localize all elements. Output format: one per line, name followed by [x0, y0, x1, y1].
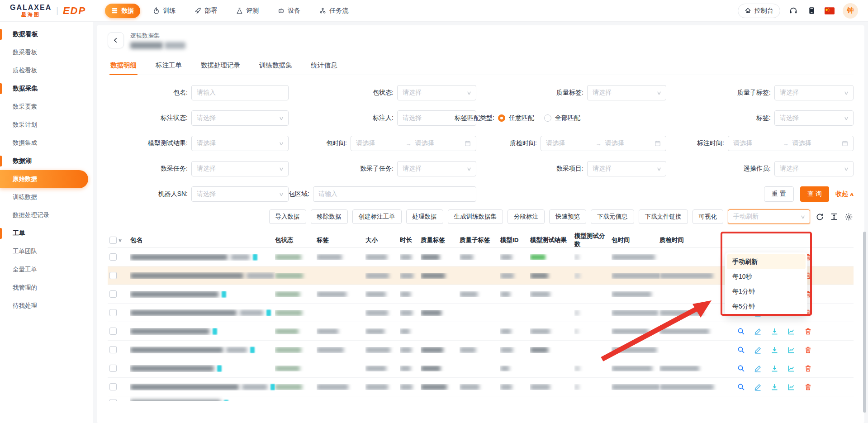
sidebar-item-collect-elements[interactable]: 数采要素: [0, 98, 93, 116]
dropdown-option-every-10s[interactable]: 每10秒: [727, 269, 806, 284]
delete-icon[interactable]: [804, 383, 812, 391]
tab-data-detail[interactable]: 数据明细: [109, 57, 138, 75]
chart-icon[interactable]: [787, 365, 795, 372]
reset-button[interactable]: 重 置: [764, 186, 794, 202]
edit-icon[interactable]: [754, 328, 762, 335]
row-checkbox[interactable]: [109, 309, 117, 316]
visualize-button[interactable]: 可视化: [693, 209, 724, 224]
dropdown-option-every-5min[interactable]: 每5分钟: [727, 299, 806, 314]
table-row[interactable]: [108, 378, 854, 396]
nav-item-data[interactable]: 数据: [105, 4, 140, 18]
chart-icon[interactable]: [787, 383, 795, 391]
chart-icon[interactable]: [787, 328, 795, 335]
row-checkbox[interactable]: [109, 272, 117, 279]
create-annotation-order-button[interactable]: 创建标注工单: [352, 209, 402, 224]
sidebar-item-processing-records[interactable]: 数据处理记录: [0, 206, 93, 224]
radio-any-match[interactable]: 任意匹配: [498, 114, 534, 122]
back-button[interactable]: [108, 32, 124, 48]
row-checkbox[interactable]: [109, 365, 117, 372]
generate-training-dataset-button[interactable]: 生成训练数据集: [448, 209, 503, 224]
remove-data-button[interactable]: 移除数据: [311, 209, 348, 224]
package-region-input[interactable]: 请输入: [313, 186, 476, 202]
tab-processing-records[interactable]: 数据处理记录: [200, 57, 241, 75]
sidebar-item-qc-dashboard[interactable]: 质检看板: [0, 62, 93, 80]
select-all-checkbox[interactable]: [109, 237, 117, 244]
package-name-input[interactable]: 请输入: [191, 85, 289, 100]
model-test-result-select[interactable]: 请选择∨: [191, 136, 289, 151]
chart-icon[interactable]: [787, 346, 795, 354]
sidebar-item-collect-dashboard[interactable]: 数采看板: [0, 43, 93, 62]
edit-icon[interactable]: [754, 346, 762, 354]
package-status-select[interactable]: 请选择∨: [397, 85, 476, 100]
dropdown-option-manual-refresh[interactable]: 手动刷新: [727, 254, 806, 269]
nav-item-train[interactable]: 训练: [147, 4, 182, 18]
annotate-status-select[interactable]: 请选择∨: [191, 110, 289, 126]
collapse-link[interactable]: 收起 ∧: [835, 190, 854, 198]
preview-icon[interactable]: [737, 383, 745, 391]
download-file-links-button[interactable]: 下载文件链接: [639, 209, 688, 224]
sidebar-item-data-collection[interactable]: 数据采集: [0, 80, 93, 98]
qc-time-range-picker[interactable]: 请选择→请选择: [541, 136, 666, 151]
row-checkbox[interactable]: [109, 399, 117, 401]
refresh-interval-select[interactable]: 手动刷新 ∨: [728, 209, 810, 224]
nav-item-evaluate[interactable]: 评测: [230, 4, 265, 18]
row-height-icon[interactable]: [829, 212, 839, 222]
sidebar-item-work-orders[interactable]: 工单: [0, 224, 93, 242]
preview-icon[interactable]: [737, 328, 745, 335]
download-icon[interactable]: [771, 346, 778, 354]
preview-icon[interactable]: [737, 365, 745, 372]
collect-project-select[interactable]: 请选择∨: [587, 161, 666, 176]
package-time-range-picker[interactable]: 请选择→请选择: [351, 136, 476, 151]
sidebar-item-data-dashboard[interactable]: 数据看板: [0, 25, 93, 43]
table-row[interactable]: [108, 322, 854, 341]
quality-sublabel-select[interactable]: 请选择∨: [774, 85, 854, 100]
delete-icon[interactable]: [804, 346, 812, 354]
delete-icon[interactable]: [804, 365, 812, 372]
settings-gear-icon[interactable]: [844, 212, 854, 222]
annotate-time-range-picker[interactable]: 请选择→请选择: [728, 136, 854, 151]
collect-task-select[interactable]: 请选择∨: [191, 161, 289, 176]
row-checkbox[interactable]: [109, 383, 117, 390]
refresh-icon[interactable]: [815, 212, 825, 222]
nav-item-workflow[interactable]: 任务流: [313, 4, 355, 18]
row-checkbox[interactable]: [109, 253, 117, 261]
teleoperator-select[interactable]: 请选择∨: [774, 161, 854, 176]
sidebar-item-data-integration[interactable]: 数据集成: [0, 134, 93, 152]
sidebar-item-pending-for-me[interactable]: 待我处理: [0, 297, 93, 315]
nav-item-deploy[interactable]: 部署: [188, 4, 223, 18]
radio-all-match[interactable]: 全部匹配: [544, 114, 580, 122]
label-select[interactable]: 请选择∨: [774, 110, 854, 126]
edit-icon[interactable]: [754, 383, 762, 391]
table-row[interactable]: [108, 359, 854, 378]
row-checkbox[interactable]: [109, 346, 117, 353]
sidebar-item-order-teams[interactable]: 工单团队: [0, 242, 93, 261]
quality-label-select[interactable]: 请选择∨: [587, 85, 666, 100]
row-checkbox[interactable]: [109, 290, 117, 298]
docs-book-icon[interactable]: [806, 6, 816, 16]
download-icon[interactable]: [771, 365, 778, 372]
tab-training-datasets[interactable]: 训练数据集: [258, 57, 293, 75]
delete-icon[interactable]: [804, 328, 812, 335]
sidebar-item-raw-data[interactable]: 原始数据: [0, 170, 88, 188]
sidebar-item-managed-by-me[interactable]: 我管理的: [0, 279, 93, 297]
collect-subtask-select[interactable]: 请选择∨: [397, 161, 476, 176]
tab-statistics[interactable]: 统计信息: [310, 57, 338, 75]
language-flag-icon[interactable]: [825, 6, 835, 16]
console-button[interactable]: 控制台: [738, 4, 780, 18]
sidebar-item-collect-plan[interactable]: 数采计划: [0, 116, 93, 134]
user-avatar[interactable]: 钟: [843, 3, 858, 19]
row-checkbox[interactable]: [109, 328, 117, 335]
robot-sn-select[interactable]: 请选择∨: [191, 186, 289, 202]
nav-item-device[interactable]: 设备: [271, 4, 307, 18]
segment-annotation-button[interactable]: 分段标注: [508, 209, 545, 224]
vertical-scrollbar[interactable]: [863, 232, 866, 413]
sidebar-item-training-data[interactable]: 训练数据: [0, 188, 93, 206]
download-metadata-button[interactable]: 下载元信息: [591, 209, 634, 224]
download-icon[interactable]: [771, 383, 778, 391]
quick-preview-button[interactable]: 快速预览: [549, 209, 586, 224]
dropdown-option-every-1min[interactable]: 每1分钟: [727, 284, 806, 299]
preview-icon[interactable]: [737, 346, 745, 354]
search-button[interactable]: 查 询: [800, 186, 829, 202]
sidebar-item-data-lake[interactable]: 数据湖: [0, 152, 93, 170]
sidebar-item-all-orders[interactable]: 全量工单: [0, 261, 93, 279]
